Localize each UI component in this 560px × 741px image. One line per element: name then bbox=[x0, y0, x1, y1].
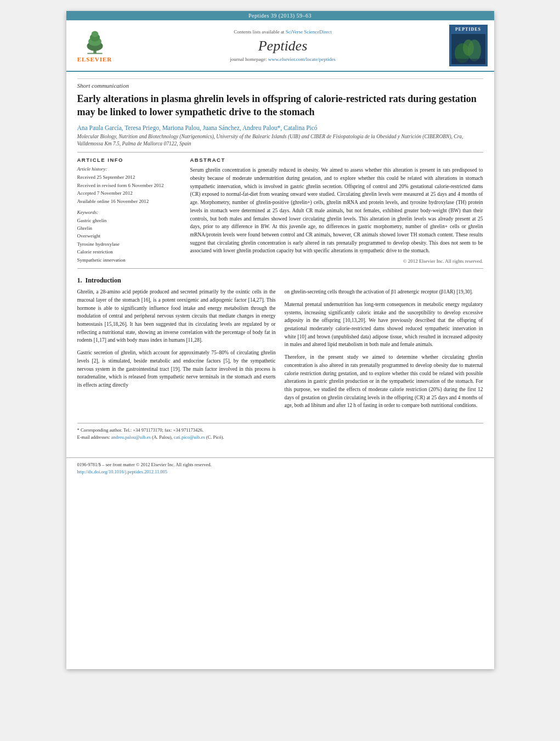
homepage-prefix: journal homepage: bbox=[230, 56, 267, 62]
abstract-column: ABSTRACT Serum ghrelin concentration is … bbox=[190, 157, 483, 264]
svg-point-9 bbox=[463, 39, 474, 56]
email-addresses: E-mail addresses: andreu.palou@uib.es (A… bbox=[77, 434, 483, 441]
svg-rect-10 bbox=[451, 59, 485, 64]
keyword-3: Overweight bbox=[77, 232, 182, 240]
intro-para2: Gastric secretion of ghrelin, which acco… bbox=[77, 349, 276, 389]
received-date: Received 25 September 2012 bbox=[77, 174, 182, 181]
keyword-6: Sympathetic innervation bbox=[77, 256, 182, 264]
body-columns: Ghrelin, a 28-amino acid peptide produce… bbox=[77, 288, 483, 414]
svg-point-4 bbox=[91, 31, 98, 37]
body-col-right: on ghrelin-secreting cells through the a… bbox=[285, 288, 483, 414]
elsevier-logo: ELSEVIER bbox=[73, 25, 117, 66]
intro-heading: 1. Introduction bbox=[77, 276, 483, 285]
sciverse-line: Contents lists available at SciVerse Sci… bbox=[234, 29, 332, 35]
abstract-heading: ABSTRACT bbox=[190, 157, 483, 163]
divider-1 bbox=[77, 152, 483, 152]
article-page: Peptides 39 (2013) 59–63 ELSEVIER Conten… bbox=[66, 11, 494, 669]
intro-title: Introduction bbox=[86, 276, 121, 284]
email-name-1: (A. Palou), bbox=[152, 434, 174, 440]
svg-rect-5 bbox=[87, 53, 102, 54]
article-title: Early alterations in plasma ghrelin leve… bbox=[77, 92, 483, 119]
bottom-bar: 0196-9781/$ – see front matter © 2012 El… bbox=[66, 457, 494, 479]
footnote-area: * Corresponding author. Tel.: +34 971173… bbox=[77, 423, 483, 441]
affiliation: Molecular Biology, Nutrition and Biotech… bbox=[77, 133, 483, 148]
introduction-section: 1. Introduction Ghrelin, a 28-amino acid… bbox=[77, 276, 483, 414]
email-label: E-mail addresses: bbox=[77, 434, 111, 440]
article-info-heading: ARTICLE INFO bbox=[77, 157, 182, 163]
article-type: Short communication bbox=[77, 78, 483, 89]
body-col-left: Ghrelin, a 28-amino acid peptide produce… bbox=[77, 288, 276, 414]
accepted-date: Accepted 7 November 2012 bbox=[77, 190, 182, 197]
elsevier-tree-icon bbox=[78, 29, 111, 56]
doi-link[interactable]: http://dx.doi.org/10.1016/j.peptides.201… bbox=[77, 469, 168, 474]
history-label: Article history: bbox=[77, 166, 182, 172]
intro-para5: Therefore, in the present study we aimed… bbox=[285, 353, 483, 410]
revised-date: Received in revised form 6 November 2012 bbox=[77, 182, 182, 189]
article-content: Short communication Early alterations in… bbox=[66, 72, 494, 452]
cover-image bbox=[451, 34, 485, 64]
cover-graphic bbox=[451, 34, 485, 64]
keyword-1: Gastric ghrelin bbox=[77, 217, 182, 224]
elsevier-wordmark: ELSEVIER bbox=[77, 56, 112, 63]
sciverse-link[interactable]: SciVerse ScienceDirect bbox=[286, 29, 332, 35]
homepage-link[interactable]: www.elsevier.com/locate/peptides bbox=[268, 56, 336, 62]
cover-title: PEPTIDES bbox=[455, 27, 481, 32]
journal-band: Peptides 39 (2013) 59–63 bbox=[66, 11, 494, 20]
available-date: Available online 16 November 2012 bbox=[77, 198, 182, 205]
journal-volume: Peptides 39 (2013) 59–63 bbox=[248, 13, 312, 19]
journal-homepage: journal homepage: www.elsevier.com/locat… bbox=[230, 56, 335, 62]
keyword-2: Ghrelin bbox=[77, 224, 182, 232]
intro-number: 1. bbox=[77, 276, 82, 284]
abstract-text: Serum ghrelin concentration is generally… bbox=[190, 166, 483, 255]
authors: Ana Paula García, Teresa Priego, Mariona… bbox=[77, 125, 483, 131]
issn-line: 0196-9781/$ – see front matter © 2012 El… bbox=[77, 461, 483, 469]
article-info-column: ARTICLE INFO Article history: Received 2… bbox=[77, 157, 182, 264]
email-link-2[interactable]: cati.pico@uib.es bbox=[174, 434, 205, 440]
intro-para4: Maternal prenatal undernutrition has lon… bbox=[285, 301, 483, 349]
journal-center-info: Contents lists available at SciVerse Sci… bbox=[122, 25, 444, 66]
intro-para3: on ghrelin-secreting cells through the a… bbox=[285, 288, 483, 296]
keywords-label: Keywords: bbox=[77, 210, 182, 215]
info-abstract-columns: ARTICLE INFO Article history: Received 2… bbox=[77, 157, 483, 264]
doi-line: http://dx.doi.org/10.1016/j.peptides.201… bbox=[77, 468, 483, 476]
copyright: © 2012 Elsevier Inc. All rights reserved… bbox=[190, 258, 483, 264]
corresponding-author: * Corresponding author. Tel.: +34 971173… bbox=[77, 427, 483, 434]
email-link-1[interactable]: andreu.palou@uib.es bbox=[111, 434, 151, 440]
journal-title: Peptides bbox=[258, 38, 308, 54]
email-name-2: (C. Picó). bbox=[206, 434, 224, 440]
sciverse-prefix: Contents lists available at bbox=[234, 29, 284, 35]
divider-2 bbox=[77, 268, 483, 269]
intro-para1: Ghrelin, a 28-amino acid peptide produce… bbox=[77, 288, 276, 344]
journal-cover: PEPTIDES bbox=[449, 25, 488, 66]
keyword-5: Calorie restriction bbox=[77, 248, 182, 256]
keyword-4: Tyrosine hydroxylase bbox=[77, 240, 182, 248]
journal-header: ELSEVIER Contents lists available at Sci… bbox=[66, 20, 494, 72]
